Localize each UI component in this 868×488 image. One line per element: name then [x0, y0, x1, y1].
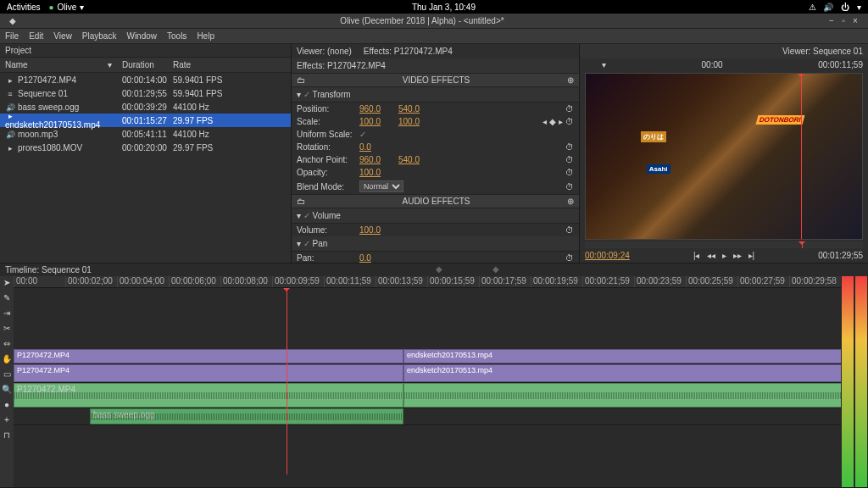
position-y[interactable]: 540.0 — [398, 104, 432, 114]
timeline-tools: ➤ ✎ ⇥ ✂ ⇔ ✋ ▭ 🔍 ● + ⊓ — [0, 276, 14, 487]
snap-tool[interactable]: ⊓ — [3, 430, 10, 440]
project-item[interactable]: 🔊moon.mp300:05:41:1144100 Hz — [0, 127, 291, 141]
keyframe-icon[interactable]: ⏱ — [565, 253, 574, 263]
menu-icon[interactable]: ▾ — [857, 3, 861, 12]
ripple-tool[interactable]: ⇥ — [3, 308, 10, 318]
keyframe-icon[interactable]: ⏱ — [565, 168, 574, 177]
project-title: Project — [0, 44, 291, 58]
activities-label[interactable]: Activities — [7, 3, 40, 12]
window-titlebar: ◆ Olive (December 2018 | Alpha) - <untit… — [0, 14, 868, 29]
anchor-x[interactable]: 960.0 — [359, 155, 393, 164]
app-name[interactable]: Olive — [58, 3, 77, 12]
blend-mode-select[interactable]: Normal — [359, 180, 403, 192]
viewer-timecode-right: 00:01:29;55 — [818, 251, 863, 260]
project-columns: Name ▾ Duration Rate — [0, 58, 291, 73]
project-item[interactable]: ▸prores1080.MOV00:00:20:0029.97 FPS — [0, 141, 291, 154]
project-panel: Project Name ▾ Duration Rate ▸P1270472.M… — [0, 44, 292, 263]
keyframe-icon[interactable]: ⏱ — [565, 142, 574, 152]
project-item[interactable]: ▸endsketch20170513.mp400:01:15:2729.97 F… — [0, 114, 291, 127]
viewer-timecode-left[interactable]: 00:00:09;24 — [585, 251, 630, 260]
clip-video[interactable]: endsketch20170513.mp4 — [403, 364, 841, 382]
effects-tab[interactable]: Effects: P1270472.MP4 — [364, 47, 453, 56]
clip-audio[interactable]: bass sweep.ogg — [90, 408, 403, 424]
opacity-value[interactable]: 100.0 — [359, 168, 393, 177]
app-icon: ◆ — [7, 16, 19, 25]
clip-video[interactable]: P1270472.MP4 — [14, 364, 403, 382]
clip-audio[interactable] — [403, 383, 841, 408]
audio-effects-section: 🗀AUDIO EFFECTS⊕ — [292, 194, 579, 208]
go-end-button[interactable]: ▸| — [748, 251, 755, 260]
transition-tool[interactable]: ▭ — [3, 369, 11, 379]
pan-value[interactable]: 0.0 — [359, 253, 393, 263]
transform-group[interactable]: ▾ ✓ Transform — [292, 87, 579, 103]
go-start-button[interactable]: |◂ — [693, 251, 700, 260]
video-effects-section: 🗀VIDEO EFFECTS⊕ — [292, 73, 579, 87]
timeline-title: Timeline: Sequence 01 — [0, 263, 868, 276]
volume-icon[interactable]: 🔊 — [823, 3, 833, 12]
audio-meter — [841, 276, 868, 487]
record-tool[interactable]: ● — [4, 400, 9, 409]
anchor-y[interactable]: 540.0 — [398, 155, 432, 164]
menu-window[interactable]: Window — [126, 31, 157, 41]
viewer-time-end: 00:00:11;59 — [818, 60, 863, 69]
prev-frame-button[interactable]: ◂◂ — [707, 251, 715, 260]
col-duration[interactable]: Duration — [117, 58, 168, 72]
timeline-panel: Timeline: Sequence 01 ➤ ✎ ⇥ ✂ ⇔ ✋ ▭ 🔍 ● … — [0, 263, 868, 487]
clip-video[interactable]: P1270472.MP4 — [14, 349, 403, 363]
scale-x[interactable]: 100.0 — [359, 117, 393, 126]
project-item[interactable]: ▸P1270472.MP400:00:14:0059.9401 FPS — [0, 73, 291, 86]
power-icon[interactable]: ⏻ — [841, 3, 849, 12]
keyframe-icon[interactable]: ⏱ — [565, 182, 574, 191]
slip-tool[interactable]: ⇔ — [3, 339, 10, 348]
viewer-none-tab[interactable]: Viewer: (none) — [297, 47, 352, 56]
minimize-button[interactable]: − — [826, 16, 837, 25]
project-item[interactable]: ≡Sequence 0100:01:29;5559.9401 FPS — [0, 86, 291, 100]
edit-tool[interactable]: ✎ — [3, 293, 10, 302]
menu-help[interactable]: Help — [197, 31, 214, 41]
hand-tool[interactable]: ✋ — [2, 354, 12, 363]
col-name[interactable]: Name ▾ — [0, 58, 117, 72]
menu-edit[interactable]: Edit — [29, 31, 43, 41]
scale-y[interactable]: 100.0 — [398, 117, 432, 126]
menu-file[interactable]: File — [5, 31, 19, 41]
timeline-ruler[interactable]: 00:0000:00:02;0000:00:04;0000:00:06;0000… — [14, 276, 841, 288]
zoom-tool[interactable]: 🔍 — [2, 385, 12, 394]
maximize-button[interactable]: ▫ — [837, 16, 849, 25]
keyframe-icon[interactable]: ⏱ — [565, 155, 574, 164]
pan-group[interactable]: ▾ ✓ Pan — [292, 236, 579, 252]
system-topbar: Activities ● Olive ▾ Thu Jan 3, 10:49 ⚠ … — [0, 0, 868, 14]
clip-audio[interactable]: P1270472.MP4 — [14, 383, 403, 408]
add-icon[interactable]: ⊕ — [567, 197, 574, 206]
viewer-scrubber[interactable] — [585, 241, 863, 248]
window-title: Olive (December 2018 | Alpha) - <untitle… — [19, 16, 826, 25]
close-button[interactable]: × — [849, 16, 861, 25]
add-tool[interactable]: + — [4, 415, 9, 424]
add-icon[interactable]: ⊕ — [567, 75, 574, 85]
volume-group[interactable]: ▾ ✓ Volume — [292, 208, 579, 224]
menu-tools[interactable]: Tools — [167, 31, 186, 41]
rotation-value[interactable]: 0.0 — [359, 142, 393, 152]
keyframe-icon[interactable]: ⏱ — [565, 117, 574, 126]
effects-title: Effects: P1270472.MP4 — [292, 58, 579, 73]
menu-playback[interactable]: Playback — [82, 31, 117, 41]
viewer-time-start: 00:00 — [702, 60, 723, 69]
position-x[interactable]: 960.0 — [359, 104, 393, 114]
keyframe-icon[interactable]: ⏱ — [565, 104, 574, 114]
network-icon[interactable]: ⚠ — [809, 3, 816, 12]
next-frame-button[interactable]: ▸▸ — [733, 251, 742, 260]
folder-icon[interactable]: 🗀 — [297, 197, 305, 206]
keyframe-icon[interactable]: ⏱ — [565, 225, 574, 235]
timeline-tracks[interactable]: P1270472.MP4 endsketch20170513.mp4 P1270… — [14, 288, 841, 474]
viewer-title: Viewer: Sequence 01 — [580, 44, 868, 58]
play-button[interactable]: ▸ — [722, 251, 726, 260]
viewer-panel: Viewer: Sequence 01 ▾ 00:00 00:00:11;59 … — [580, 44, 868, 263]
razor-tool[interactable]: ✂ — [3, 324, 10, 333]
clip-video[interactable]: endsketch20170513.mp4 — [403, 349, 841, 363]
folder-icon[interactable]: 🗀 — [297, 75, 305, 85]
pointer-tool[interactable]: ➤ — [3, 278, 10, 287]
uniform-checkbox[interactable]: ✓ — [359, 130, 366, 139]
col-rate[interactable]: Rate — [168, 58, 253, 72]
menu-view[interactable]: View — [53, 31, 72, 41]
viewer-preview[interactable]: のりは Asahi DOTONBORI — [585, 73, 863, 240]
volume-value[interactable]: 100.0 — [359, 225, 393, 235]
